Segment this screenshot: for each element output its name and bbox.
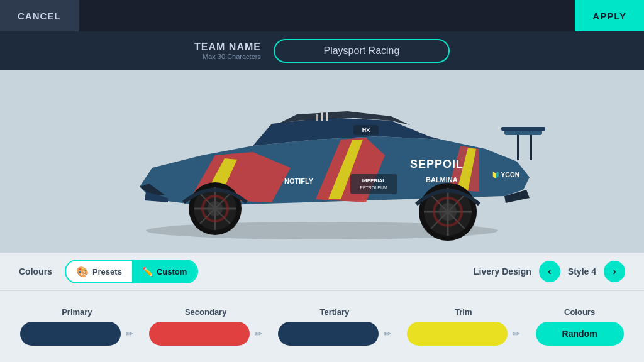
presets-label: Presets: [92, 267, 122, 277]
trim-edit-icon[interactable]: ✏: [513, 329, 520, 339]
svg-text:HX: HX: [362, 127, 370, 133]
svg-text:IMPERIAL: IMPERIAL: [362, 178, 386, 184]
svg-text:SEPPOIL: SEPPOIL: [410, 158, 464, 170]
secondary-label: Secondary: [185, 307, 226, 317]
svg-rect-30: [321, 111, 323, 121]
svg-rect-31: [326, 112, 328, 121]
primary-swatch-row: ✏: [20, 322, 133, 346]
custom-label: Custom: [157, 267, 187, 277]
secondary-swatch-group: Secondary ✏: [149, 307, 262, 346]
svg-text:NOTIFLY: NOTIFLY: [284, 177, 314, 185]
livery-design-label: Livery Design: [474, 266, 531, 277]
swatches-bar: Primary ✏ Secondary ✏ Tertiary ✏ Trim ✏ …: [0, 290, 644, 362]
custom-option[interactable]: ✏️ Custom: [132, 261, 197, 282]
primary-color-swatch[interactable]: [20, 322, 121, 346]
car-preview: SEPPOIL NOTIFLY IMPERIAL PETROLEUM BALMI…: [0, 70, 644, 253]
livery-style-label: Style 4: [568, 266, 596, 277]
tertiary-edit-icon[interactable]: ✏: [384, 329, 391, 339]
presets-option[interactable]: 🎨 Presets: [66, 261, 132, 282]
svg-text:BALMINA: BALMINA: [426, 176, 458, 184]
team-name-input[interactable]: [274, 39, 450, 63]
livery-prev-button[interactable]: ‹: [539, 261, 560, 282]
colours-label: Colours: [19, 266, 52, 277]
top-bar: CANCEL APPLY: [0, 0, 644, 31]
trim-swatch-group: Trim ✏: [407, 307, 520, 346]
tertiary-color-swatch[interactable]: [278, 322, 379, 346]
paint-icon: 🎨: [76, 266, 89, 278]
svg-rect-4: [501, 127, 545, 131]
trim-color-swatch[interactable]: [407, 322, 508, 346]
controls-bar: Colours 🎨 Presets ✏️ Custom Livery Desig…: [0, 253, 644, 290]
team-name-subtitle: Max 30 Characters: [194, 53, 261, 60]
primary-edit-icon[interactable]: ✏: [126, 329, 133, 339]
primary-swatch-group: Primary ✏: [20, 307, 133, 346]
secondary-swatch-row: ✏: [149, 322, 262, 346]
svg-text:🔰 YGON: 🔰 YGON: [492, 171, 519, 179]
svg-text:PETROLEUM: PETROLEUM: [360, 185, 387, 190]
svg-rect-2: [517, 135, 519, 160]
primary-label: Primary: [62, 307, 92, 317]
team-name-label: TEAM NAME Max 30 Characters: [194, 41, 261, 60]
svg-rect-7: [350, 174, 397, 194]
svg-rect-32: [316, 114, 318, 121]
pencil-icon: ✏️: [142, 266, 153, 277]
tertiary-label: Tertiary: [320, 307, 350, 317]
tertiary-swatch-group: Tertiary ✏: [278, 307, 391, 346]
livery-section: Livery Design ‹ Style 4 ›: [474, 261, 625, 282]
secondary-color-swatch[interactable]: [149, 322, 250, 346]
colours-random-group: Colours Random: [536, 307, 624, 346]
svg-rect-1: [504, 130, 542, 135]
colours-swatch-label: Colours: [564, 307, 595, 317]
cancel-button[interactable]: CANCEL: [0, 0, 79, 31]
presets-custom-toggle: 🎨 Presets ✏️ Custom: [65, 260, 198, 283]
livery-next-button[interactable]: ›: [604, 261, 625, 282]
team-name-bar: TEAM NAME Max 30 Characters: [0, 31, 644, 70]
svg-rect-3: [530, 135, 532, 160]
team-name-title: TEAM NAME: [194, 41, 261, 53]
tertiary-swatch-row: ✏: [278, 322, 391, 346]
trim-swatch-row: ✏: [407, 322, 520, 346]
apply-button[interactable]: APPLY: [575, 0, 644, 31]
random-button[interactable]: Random: [536, 322, 624, 346]
secondary-edit-icon[interactable]: ✏: [255, 329, 262, 339]
trim-label: Trim: [455, 307, 472, 317]
car-svg-container: SEPPOIL NOTIFLY IMPERIAL PETROLEUM BALMI…: [77, 80, 567, 243]
